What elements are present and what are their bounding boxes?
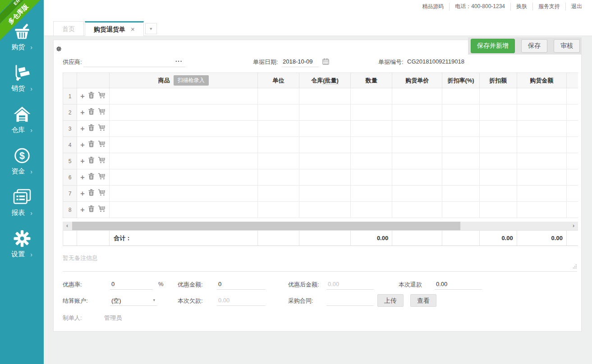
product-cell[interactable]: [109, 202, 257, 218]
amount-cell[interactable]: [517, 105, 566, 121]
serial-cell[interactable]: [566, 105, 578, 121]
warehouse-cell[interactable]: [299, 202, 351, 218]
serial-cell[interactable]: [566, 169, 578, 186]
unit-cell[interactable]: [258, 186, 299, 202]
add-row-icon[interactable]: +: [80, 191, 84, 197]
discount-rate-input[interactable]: 0: [110, 279, 153, 290]
supplier-picker-icon[interactable]: ···: [175, 58, 183, 64]
product-cell[interactable]: [109, 186, 257, 202]
add-row-icon[interactable]: +: [80, 109, 84, 116]
delete-row-icon[interactable]: [88, 173, 94, 182]
delete-row-icon[interactable]: [88, 205, 94, 214]
product-cell[interactable]: [109, 153, 257, 169]
unit-cell[interactable]: [258, 202, 299, 218]
select-product-icon[interactable]: [98, 173, 106, 182]
select-product-icon[interactable]: [98, 189, 106, 198]
close-icon[interactable]: ×: [131, 23, 135, 36]
warehouse-cell[interactable]: [299, 153, 351, 169]
discount-cell[interactable]: [479, 88, 517, 105]
product-cell[interactable]: [109, 121, 257, 137]
discount-cell[interactable]: [479, 169, 517, 186]
sidebar-item-funds[interactable]: $ 资金›: [0, 147, 44, 176]
view-button[interactable]: 查看: [410, 294, 436, 307]
rate-cell[interactable]: [442, 186, 479, 202]
price-cell[interactable]: [392, 153, 442, 169]
qty-cell[interactable]: [351, 88, 392, 105]
upload-button[interactable]: 上传: [377, 294, 404, 307]
serial-cell[interactable]: [566, 153, 578, 169]
tab-dropdown[interactable]: ▾: [145, 23, 157, 34]
warehouse-cell[interactable]: [299, 186, 351, 202]
sidebar-item-sales[interactable]: 销货›: [0, 64, 44, 93]
audit-button[interactable]: 审核: [554, 39, 580, 53]
unit-cell[interactable]: [258, 137, 299, 153]
resize-grip-icon[interactable]: [573, 263, 577, 270]
discount-cell[interactable]: [479, 121, 517, 137]
unit-cell[interactable]: [258, 153, 299, 169]
discount-cell[interactable]: [479, 186, 517, 202]
price-cell[interactable]: [392, 137, 442, 153]
amount-cell[interactable]: [517, 186, 566, 202]
calendar-icon[interactable]: [322, 58, 329, 66]
panel-settings-gear-icon[interactable]: [56, 45, 61, 53]
rate-cell[interactable]: [442, 153, 479, 169]
tab-purchase-return[interactable]: 购货退货单 ×: [85, 21, 144, 36]
sidebar-item-reports[interactable]: 报表›: [0, 189, 44, 217]
qty-cell[interactable]: [351, 105, 392, 121]
discount-cell[interactable]: [479, 137, 517, 153]
add-row-icon[interactable]: +: [80, 158, 84, 164]
sidebar-item-settings[interactable]: 设置›: [0, 230, 44, 259]
product-cell[interactable]: [109, 169, 257, 186]
warehouse-cell[interactable]: [299, 121, 351, 137]
amount-cell[interactable]: [517, 153, 566, 169]
discount-cell[interactable]: [479, 153, 517, 169]
price-cell[interactable]: [392, 169, 442, 186]
delete-row-icon[interactable]: [88, 124, 94, 133]
select-product-icon[interactable]: [98, 141, 106, 149]
delete-row-icon[interactable]: [88, 141, 94, 149]
qty-cell[interactable]: [351, 137, 392, 153]
amount-cell[interactable]: [517, 169, 566, 186]
unit-cell[interactable]: [258, 169, 299, 186]
warehouse-cell[interactable]: [299, 105, 351, 121]
qty-cell[interactable]: [351, 186, 392, 202]
warehouse-cell[interactable]: [299, 88, 351, 105]
add-row-icon[interactable]: +: [80, 207, 84, 213]
contract-input[interactable]: [326, 295, 374, 306]
price-cell[interactable]: [392, 202, 442, 218]
product-cell[interactable]: [109, 105, 257, 121]
scroll-left-icon[interactable]: ‹: [63, 222, 72, 230]
tab-home[interactable]: 首页: [53, 21, 84, 36]
top-link-logout[interactable]: 退出: [565, 3, 587, 10]
amount-cell[interactable]: [517, 137, 566, 153]
add-row-icon[interactable]: +: [80, 142, 84, 148]
refund-input[interactable]: 0.00: [435, 279, 482, 290]
delete-row-icon[interactable]: [88, 92, 94, 100]
discount-cell[interactable]: [479, 202, 517, 218]
unit-cell[interactable]: [258, 88, 299, 105]
serial-cell[interactable]: [566, 88, 578, 105]
scan-gun-button[interactable]: 扫描枪录入: [174, 75, 209, 86]
warehouse-cell[interactable]: [299, 169, 351, 186]
batch-link[interactable]: (批量): [323, 77, 339, 84]
select-product-icon[interactable]: [98, 157, 106, 165]
price-cell[interactable]: [392, 88, 442, 105]
supplier-input[interactable]: ···: [83, 57, 185, 67]
qty-cell[interactable]: [351, 153, 392, 169]
serial-cell[interactable]: [566, 121, 578, 137]
settle-account-select[interactable]: (空)▾: [110, 295, 157, 306]
unit-cell[interactable]: [258, 105, 299, 121]
rate-cell[interactable]: [442, 88, 479, 105]
scrollbar-thumb[interactable]: [72, 222, 460, 230]
select-product-icon[interactable]: [98, 205, 106, 214]
scroll-right-icon[interactable]: ›: [569, 222, 578, 230]
horizontal-scrollbar[interactable]: ‹ ›: [63, 222, 578, 230]
add-row-icon[interactable]: +: [80, 174, 84, 181]
delete-row-icon[interactable]: [88, 108, 94, 117]
rate-cell[interactable]: [442, 202, 479, 218]
warehouse-cell[interactable]: [299, 137, 351, 153]
serial-cell[interactable]: [566, 202, 578, 218]
sidebar-item-warehouse[interactable]: 仓库›: [0, 106, 44, 134]
qty-cell[interactable]: [351, 202, 392, 218]
delete-row-icon[interactable]: [88, 157, 94, 165]
